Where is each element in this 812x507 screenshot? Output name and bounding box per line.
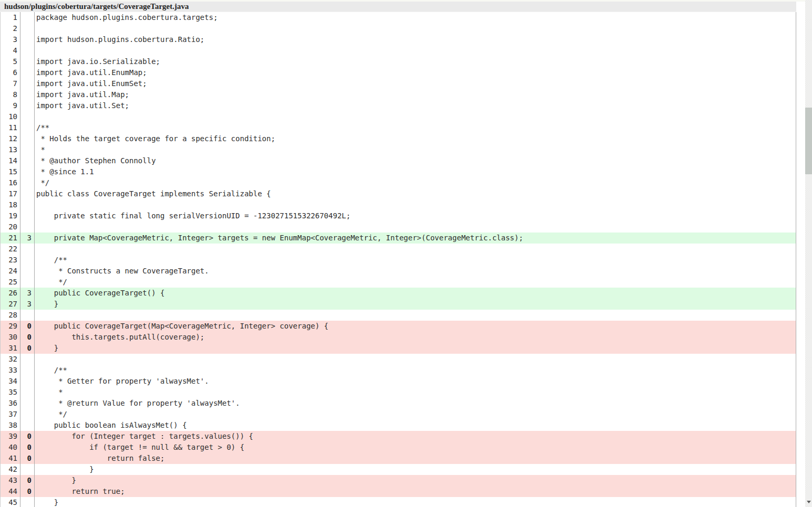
hit-count <box>20 365 35 376</box>
code-text: private Map<CoverageMetric, Integer> tar… <box>35 233 796 244</box>
line-number: 17 <box>1 188 20 199</box>
file-path: hudson/plugins/cobertura/targets/Coverag… <box>4 2 189 11</box>
code-line-row: 38 public boolean isAlwaysMet() { <box>1 420 796 431</box>
code-line-row: 2 <box>1 23 796 34</box>
code-text: /** <box>35 365 796 376</box>
code-text: public CoverageTarget() { <box>35 288 796 299</box>
scrollbar-thumb[interactable] <box>805 108 812 174</box>
code-text: private static final long serialVersionU… <box>35 210 796 221</box>
code-text: for (Integer target : targets.values()) … <box>35 431 796 442</box>
file-path-header: hudson/plugins/cobertura/targets/Coverag… <box>0 2 796 12</box>
line-number: 14 <box>1 155 20 166</box>
code-line-row: 23 /** <box>1 255 796 266</box>
code-text <box>35 244 796 255</box>
hit-count: 0 <box>20 431 35 442</box>
code-text: this.targets.putAll(coverage); <box>35 332 796 343</box>
hit-count <box>20 111 35 122</box>
line-number: 12 <box>1 133 20 144</box>
code-text: import java.io.Serializable; <box>35 56 796 67</box>
hit-count <box>20 34 35 45</box>
line-number: 33 <box>1 365 20 376</box>
line-number: 36 <box>1 398 20 409</box>
code-text: * <box>35 387 796 398</box>
hit-count: 0 <box>20 321 35 332</box>
hit-count <box>20 166 35 177</box>
code-line-row: 7import java.util.EnumSet; <box>1 78 796 89</box>
line-number: 37 <box>1 409 20 420</box>
hit-count <box>20 409 35 420</box>
code-text: return false; <box>35 453 796 464</box>
code-line-row: 19 private static final long serialVersi… <box>1 210 796 221</box>
code-line-row: 24 * Constructs a new CoverageTarget. <box>1 266 796 277</box>
line-number: 9 <box>1 100 20 111</box>
hit-count <box>20 155 35 166</box>
hit-count <box>20 244 35 255</box>
hit-count <box>20 177 35 188</box>
line-number: 29 <box>1 321 20 332</box>
code-line-row: 410 return false; <box>1 453 796 464</box>
vertical-scrollbar[interactable] <box>805 0 812 507</box>
code-text: } <box>35 475 796 486</box>
code-text: * @return Value for property 'alwaysMet'… <box>35 398 796 409</box>
code-line-row: 14 * @author Stephen Connolly <box>1 155 796 166</box>
hit-count <box>20 398 35 409</box>
code-text: import java.util.EnumMap; <box>35 67 796 78</box>
code-text: */ <box>35 409 796 420</box>
code-text: */ <box>35 277 796 288</box>
hit-count <box>20 266 35 277</box>
line-number: 15 <box>1 166 20 177</box>
code-line-row: 18 <box>1 199 796 210</box>
code-text: /** <box>35 255 796 266</box>
hit-count <box>20 78 35 89</box>
line-number: 11 <box>1 122 20 133</box>
line-number: 23 <box>1 255 20 266</box>
line-number: 20 <box>1 221 20 233</box>
code-line-row: 390 for (Integer target : targets.values… <box>1 431 796 442</box>
code-text <box>35 111 796 122</box>
code-line-row: 400 if (target != null && target > 0) { <box>1 442 796 453</box>
hit-count <box>20 23 35 34</box>
code-line-row: 28 <box>1 310 796 321</box>
line-number: 42 <box>1 464 20 475</box>
line-number: 26 <box>1 288 20 299</box>
code-text <box>35 45 796 56</box>
hit-count <box>20 188 35 199</box>
code-line-row: 5import java.io.Serializable; <box>1 56 796 67</box>
code-text: package hudson.plugins.cobertura.targets… <box>35 12 796 23</box>
line-number: 24 <box>1 266 20 277</box>
hit-count <box>20 387 35 398</box>
line-number: 19 <box>1 210 20 221</box>
hit-count <box>20 56 35 67</box>
code-line-row: 45 } <box>1 497 796 507</box>
code-text: import java.util.Map; <box>35 89 796 100</box>
code-text: * Constructs a new CoverageTarget. <box>35 266 796 277</box>
hit-count: 3 <box>20 299 35 310</box>
code-line-row: 22 <box>1 244 796 255</box>
scroll-down-arrow-icon[interactable] <box>807 501 811 503</box>
line-number: 5 <box>1 56 20 67</box>
line-number: 7 <box>1 78 20 89</box>
code-text: } <box>35 497 796 507</box>
code-text: } <box>35 464 796 475</box>
line-number: 25 <box>1 277 20 288</box>
code-line-row: 32 <box>1 354 796 365</box>
code-text: * <box>35 144 796 155</box>
hit-count: 0 <box>20 453 35 464</box>
code-line-row: 17public class CoverageTarget implements… <box>1 188 796 199</box>
line-number: 22 <box>1 244 20 255</box>
code-line-row: 10 <box>1 111 796 122</box>
hit-count <box>20 354 35 365</box>
code-line-row: 263 public CoverageTarget() { <box>1 288 796 299</box>
line-number: 13 <box>1 144 20 155</box>
code-line-row: 430 } <box>1 475 796 486</box>
code-line-row: 15 * @since 1.1 <box>1 166 796 177</box>
line-number: 41 <box>1 453 20 464</box>
source-code-table: 1package hudson.plugins.cobertura.target… <box>0 12 796 507</box>
hit-count: 0 <box>20 343 35 354</box>
hit-count: 0 <box>20 442 35 453</box>
code-line-row: 12 * Holds the target coverage for a spe… <box>1 133 796 144</box>
code-line-row: 1package hudson.plugins.cobertura.target… <box>1 12 796 23</box>
hit-count: 0 <box>20 475 35 486</box>
code-line-row: 13 * <box>1 144 796 155</box>
line-number: 3 <box>1 34 20 45</box>
